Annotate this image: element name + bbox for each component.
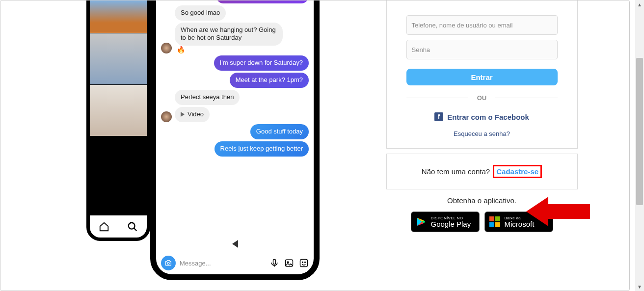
feed-thumb xyxy=(90,33,147,85)
svg-rect-6 xyxy=(300,260,308,267)
msg-row: Meet at the park? 1pm? xyxy=(161,73,309,88)
login-button[interactable]: Entrar xyxy=(406,69,558,85)
feed-bottom-nav xyxy=(90,215,147,238)
bubble-sent: I'm super down for Saturday? xyxy=(214,55,309,71)
bubble-received: So good lmao xyxy=(175,5,226,21)
sticker-icon[interactable] xyxy=(299,258,309,268)
phone-mockups: lmao 12:34 PM hahahah omg My friend Sara… xyxy=(0,0,334,291)
page-viewport: lmao 12:34 PM hahahah omg My friend Sara… xyxy=(0,0,630,291)
camera-button[interactable] xyxy=(161,256,176,270)
google-play-icon xyxy=(415,216,427,228)
svg-line-1 xyxy=(134,228,137,231)
svg-point-5 xyxy=(287,262,289,263)
content-row: lmao 12:34 PM hahahah omg My friend Sara… xyxy=(0,0,629,291)
bubble-received: Perfect seeya then xyxy=(175,90,240,105)
back-icon xyxy=(232,240,238,248)
msg-row: So good lmao xyxy=(161,5,309,21)
or-text: OU xyxy=(468,94,496,102)
username-placeholder: Telefone, nome de usuário ou email xyxy=(412,22,513,29)
scroll-down-icon[interactable]: ▼ xyxy=(635,282,644,291)
phone-dm: lmao 12:34 PM hahahah omg My friend Sara… xyxy=(150,0,320,280)
svg-rect-3 xyxy=(273,260,276,265)
svg-rect-4 xyxy=(286,260,293,266)
camera-icon xyxy=(164,259,172,267)
feed-thumb xyxy=(90,0,147,33)
scroll-track[interactable] xyxy=(635,9,644,282)
forgot-password-link[interactable]: Esqueceu a senha? xyxy=(454,130,510,137)
home-icon xyxy=(99,221,109,232)
get-app-text: Obtenha o aplicativo. xyxy=(447,196,516,205)
image-icon[interactable] xyxy=(284,258,294,268)
bubble-video: Video xyxy=(175,107,210,122)
svg-point-7 xyxy=(302,262,303,263)
msg-row: Perfect seeya then xyxy=(161,90,309,105)
msg-row: Reels just keep getting better xyxy=(161,141,309,157)
fire-reaction: 🔥 xyxy=(175,46,283,53)
msg-row: My friend Sarah will love this xyxy=(161,0,309,3)
or-separator: OU xyxy=(406,94,558,102)
facebook-icon: f xyxy=(434,112,443,121)
play-icon xyxy=(181,112,185,117)
google-play-badge[interactable]: DISPONÍVEL NO Google Play xyxy=(411,212,480,232)
avatar xyxy=(161,43,172,53)
bubble-received: When are we hanging out? Going to be hot… xyxy=(175,23,283,46)
svg-point-8 xyxy=(305,262,306,263)
message-input[interactable]: Message... xyxy=(180,260,266,267)
microsoft-icon xyxy=(489,216,501,228)
svg-point-0 xyxy=(129,222,135,229)
facebook-login-text: Entrar com o Facebook xyxy=(447,113,529,121)
search-icon xyxy=(127,221,138,232)
msg-row: I'm super down for Saturday? xyxy=(161,55,309,71)
bubble-sent: Good stuff today xyxy=(250,124,309,139)
scroll-thumb[interactable] xyxy=(636,58,643,205)
msg-row: When are we hanging out? Going to be hot… xyxy=(161,23,309,54)
bubble-sent: Reels just keep getting better xyxy=(215,141,309,157)
login-side: Telefone, nome de usuário ou email Senha… xyxy=(334,0,629,291)
login-box: Telefone, nome de usuário ou email Senha… xyxy=(386,0,578,149)
signup-prompt: Não tem uma conta? xyxy=(422,167,490,176)
mic-icon[interactable] xyxy=(269,258,279,268)
phone-feed xyxy=(86,0,150,241)
android-nav-bar xyxy=(156,237,314,251)
bubble-sent: Meet at the park? 1pm? xyxy=(230,73,309,88)
message-composer: Message... xyxy=(156,251,314,274)
msg-row: Video xyxy=(161,107,309,122)
facebook-login-link[interactable]: f Entrar com o Facebook xyxy=(434,112,529,121)
feed-thumb xyxy=(90,85,147,136)
video-label: Video xyxy=(188,110,204,119)
password-field[interactable]: Senha xyxy=(406,40,558,59)
password-placeholder: Senha xyxy=(412,46,430,53)
svg-marker-9 xyxy=(526,197,590,226)
signup-box: Não tem uma conta? Cadastre-se xyxy=(386,154,578,189)
annotation-arrow xyxy=(526,192,590,231)
avatar xyxy=(161,111,172,122)
msg-row: Good stuff today xyxy=(161,124,309,139)
bubble-sent: My friend Sarah will love this xyxy=(216,0,309,3)
username-field[interactable]: Telefone, nome de usuário ou email xyxy=(406,15,558,35)
scrollbar[interactable]: ▲ ▼ xyxy=(635,0,644,291)
gp-big: Google Play xyxy=(431,220,471,228)
scroll-up-icon[interactable]: ▲ xyxy=(635,0,644,9)
svg-point-2 xyxy=(167,263,169,265)
chat-scroll: lmao 12:34 PM hahahah omg My friend Sara… xyxy=(156,0,314,237)
signup-link[interactable]: Cadastre-se xyxy=(493,165,542,178)
